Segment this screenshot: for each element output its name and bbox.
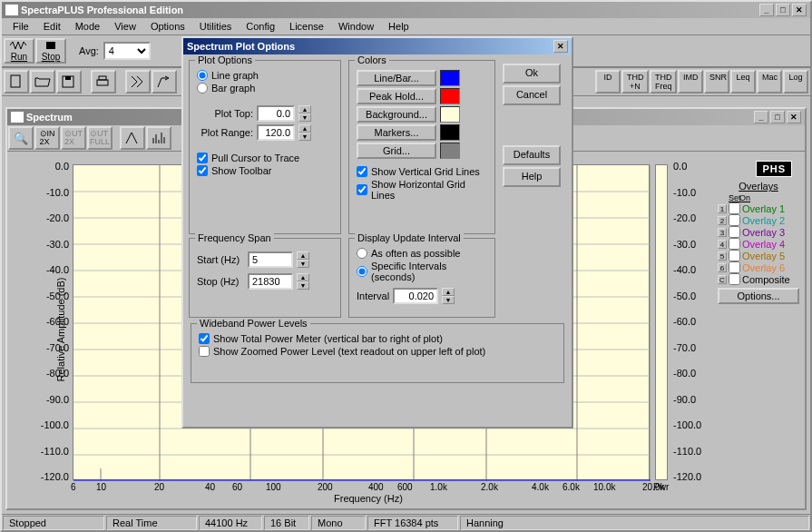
statusbar: Stopped Real Time 44100 Hz 16 Bit Mono F… — [2, 514, 810, 530]
zoom-button[interactable]: 🔍 — [8, 126, 34, 150]
spectrum-close[interactable]: ✕ — [787, 111, 801, 123]
dialog-close[interactable]: ✕ — [553, 40, 568, 53]
zoom-out-full-button[interactable]: ⊙UTFULL — [87, 126, 113, 150]
menu-license[interactable]: License — [282, 19, 331, 34]
overlay-on-1[interactable] — [729, 202, 740, 214]
y-tick: -90.0 — [673, 394, 709, 420]
y-tick: -100.0 — [673, 419, 709, 446]
stop-hz-spinner[interactable]: ▲▼ — [297, 273, 309, 290]
overlay-set-5[interactable]: 5 — [718, 251, 727, 261]
overlay-on-3[interactable] — [729, 226, 740, 238]
avg-select[interactable]: 4 — [103, 42, 151, 60]
maximize-button[interactable]: □ — [776, 4, 790, 16]
zoom-out-2x-button[interactable]: ⊙UT2X — [61, 126, 86, 150]
open-button[interactable] — [30, 70, 55, 94]
linebar-color-button[interactable]: Line/Bar... — [357, 70, 436, 86]
plot-top-spinner[interactable]: ▲▼ — [298, 105, 311, 122]
show-vgrid-checkbox[interactable] — [357, 166, 367, 177]
menu-edit[interactable]: Edit — [36, 19, 68, 34]
overlay-set-6[interactable]: 6 — [718, 263, 727, 272]
overlay-set-2[interactable]: 2 — [718, 216, 727, 225]
spectrum-maximize[interactable]: □ — [770, 111, 785, 123]
spectrum-minimize[interactable]: _ — [754, 111, 768, 123]
menu-config[interactable]: Config — [239, 19, 282, 34]
markers-color-button[interactable]: Markers... — [357, 124, 436, 141]
overlay-on-4[interactable] — [729, 238, 740, 250]
y-tick: -70.0 — [673, 342, 709, 369]
run-button[interactable]: Run — [4, 38, 34, 64]
print-button[interactable] — [91, 70, 116, 94]
cancel-button[interactable]: Cancel — [503, 85, 561, 105]
grid-swatch — [440, 143, 460, 159]
menu-options[interactable]: Options — [143, 19, 192, 34]
metric-mac[interactable]: Mac — [757, 70, 782, 94]
ok-button[interactable]: Ok — [503, 64, 561, 84]
pull-cursor-checkbox[interactable] — [197, 153, 208, 163]
goto-button[interactable] — [152, 70, 177, 94]
menu-utilities[interactable]: Utilities — [192, 19, 239, 34]
plot-range-input[interactable] — [257, 124, 295, 141]
metric-thdfreq[interactable]: THD Freq — [650, 70, 677, 94]
fastfwd-button[interactable] — [125, 70, 151, 94]
menu-view[interactable]: View — [107, 19, 143, 34]
show-total-checkbox[interactable] — [199, 333, 210, 344]
overlay-set-4[interactable]: 4 — [718, 240, 727, 249]
line-graph-radio[interactable] — [197, 70, 208, 81]
overlays-title: Overlays — [718, 181, 799, 192]
start-hz-input[interactable] — [248, 251, 293, 268]
specific-radio[interactable] — [357, 266, 367, 277]
stop-button[interactable]: Stop — [35, 38, 66, 64]
background-color-button[interactable]: Background... — [357, 106, 436, 123]
bar-graph-radio[interactable] — [197, 83, 208, 94]
show-hgrid-checkbox[interactable] — [357, 184, 367, 195]
interval-label: Interval — [357, 291, 389, 301]
menu-mode[interactable]: Mode — [68, 19, 108, 34]
defaults-button[interactable]: Defaults — [503, 145, 561, 165]
peak-button[interactable] — [120, 126, 145, 150]
stop-hz-input[interactable] — [248, 273, 293, 290]
show-toolbar-checkbox[interactable] — [197, 165, 208, 176]
overlay-set-3[interactable]: 3 — [718, 228, 727, 237]
plot-range-spinner[interactable]: ▲▼ — [298, 124, 311, 141]
minimize-button[interactable]: _ — [759, 4, 774, 16]
overlay-on-5[interactable] — [729, 250, 740, 261]
overlay-options-button[interactable]: Options... — [718, 288, 799, 304]
x-tick: 40 — [205, 482, 215, 492]
metric-buttons: ID THD +N THD Freq IMD SNR Leq Mac Log — [595, 70, 808, 94]
metric-imd[interactable]: IMD — [678, 70, 703, 94]
overlay-on-2[interactable] — [729, 214, 740, 226]
overlay-on-c[interactable] — [729, 273, 740, 285]
metric-log[interactable]: Log — [783, 70, 808, 94]
peakhold-color-button[interactable]: Peak Hold... — [357, 88, 436, 104]
y-tick: -40.0 — [673, 264, 709, 291]
linebar-swatch — [440, 70, 460, 86]
overlay-row: 2Overlay 2 — [718, 214, 799, 226]
app-title: SpectraPLUS Professional Edition — [21, 5, 758, 15]
overlay-set-1[interactable]: 1 — [718, 204, 727, 213]
menu-window[interactable]: Window — [331, 19, 381, 34]
overlay-set-c[interactable]: C — [718, 275, 727, 284]
asap-label: As often as possible — [371, 248, 460, 259]
bars-button[interactable] — [146, 126, 171, 150]
zoom-in-2x-button[interactable]: ⊙IN2X — [34, 126, 60, 150]
grid-color-button[interactable]: Grid... — [357, 143, 436, 159]
show-total-label: Show Total Power Meter (vertical bar to … — [213, 333, 443, 344]
plot-top-input[interactable] — [257, 105, 295, 122]
interval-input[interactable] — [393, 288, 438, 304]
interval-spinner[interactable]: ▲▼ — [442, 288, 455, 304]
metric-id[interactable]: ID — [595, 70, 621, 94]
close-button[interactable]: ✕ — [792, 4, 807, 16]
menu-help[interactable]: Help — [381, 19, 416, 34]
x-tick: 400 — [368, 482, 384, 492]
asap-radio[interactable] — [357, 248, 367, 259]
help-button[interactable]: Help — [503, 167, 561, 187]
overlay-on-6[interactable] — [729, 261, 740, 273]
save-button[interactable] — [56, 70, 82, 94]
start-hz-spinner[interactable]: ▲▼ — [297, 251, 309, 268]
show-zoomed-checkbox[interactable] — [199, 346, 210, 357]
metric-snr[interactable]: SNR — [704, 70, 729, 94]
metric-leq[interactable]: Leq — [730, 70, 756, 94]
metric-thdn[interactable]: THD +N — [621, 70, 649, 94]
menu-file[interactable]: File — [5, 19, 36, 34]
new-button[interactable] — [4, 70, 29, 94]
